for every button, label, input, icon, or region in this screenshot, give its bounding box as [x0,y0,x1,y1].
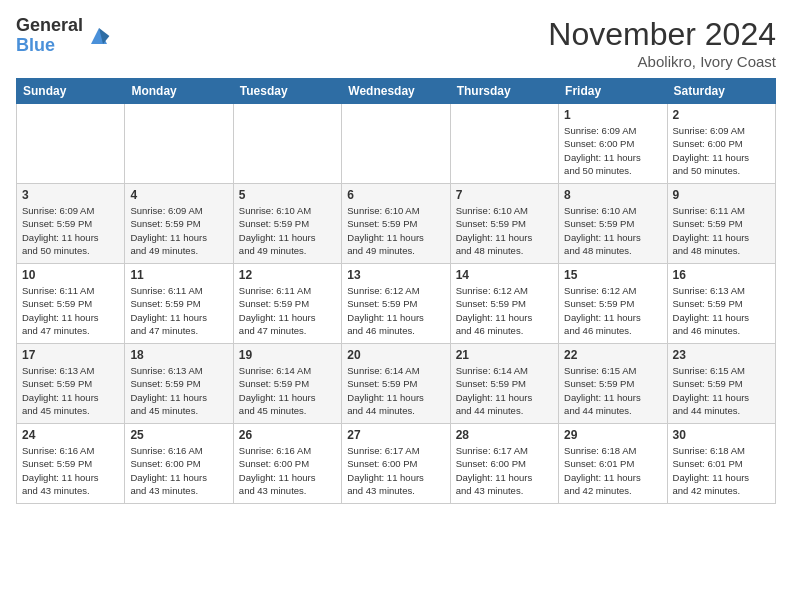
calendar-week-row: 24Sunrise: 6:16 AM Sunset: 5:59 PM Dayli… [17,424,776,504]
calendar-week-row: 10Sunrise: 6:11 AM Sunset: 5:59 PM Dayli… [17,264,776,344]
page-header: General Blue November 2024 Abolikro, Ivo… [16,16,776,70]
header-saturday: Saturday [667,79,775,104]
table-row: 11Sunrise: 6:11 AM Sunset: 5:59 PM Dayli… [125,264,233,344]
table-row: 5Sunrise: 6:10 AM Sunset: 5:59 PM Daylig… [233,184,341,264]
header-wednesday: Wednesday [342,79,450,104]
day-details: Sunrise: 6:09 AM Sunset: 5:59 PM Dayligh… [22,204,119,257]
day-details: Sunrise: 6:09 AM Sunset: 6:00 PM Dayligh… [673,124,770,177]
header-thursday: Thursday [450,79,558,104]
day-number: 25 [130,428,227,442]
calendar-header-row: Sunday Monday Tuesday Wednesday Thursday… [17,79,776,104]
day-details: Sunrise: 6:10 AM Sunset: 5:59 PM Dayligh… [347,204,444,257]
month-title: November 2024 [548,16,776,53]
day-details: Sunrise: 6:11 AM Sunset: 5:59 PM Dayligh… [130,284,227,337]
table-row: 24Sunrise: 6:16 AM Sunset: 5:59 PM Dayli… [17,424,125,504]
day-details: Sunrise: 6:12 AM Sunset: 5:59 PM Dayligh… [456,284,553,337]
table-row: 22Sunrise: 6:15 AM Sunset: 5:59 PM Dayli… [559,344,667,424]
table-row [17,104,125,184]
table-row: 29Sunrise: 6:18 AM Sunset: 6:01 PM Dayli… [559,424,667,504]
calendar: Sunday Monday Tuesday Wednesday Thursday… [16,78,776,504]
day-number: 16 [673,268,770,282]
table-row: 6Sunrise: 6:10 AM Sunset: 5:59 PM Daylig… [342,184,450,264]
day-number: 9 [673,188,770,202]
logo-icon [87,24,111,48]
calendar-week-row: 17Sunrise: 6:13 AM Sunset: 5:59 PM Dayli… [17,344,776,424]
title-block: November 2024 Abolikro, Ivory Coast [548,16,776,70]
logo: General Blue [16,16,111,56]
day-details: Sunrise: 6:18 AM Sunset: 6:01 PM Dayligh… [564,444,661,497]
day-details: Sunrise: 6:12 AM Sunset: 5:59 PM Dayligh… [347,284,444,337]
day-details: Sunrise: 6:16 AM Sunset: 6:00 PM Dayligh… [239,444,336,497]
day-details: Sunrise: 6:10 AM Sunset: 5:59 PM Dayligh… [564,204,661,257]
day-number: 23 [673,348,770,362]
day-number: 18 [130,348,227,362]
day-number: 29 [564,428,661,442]
day-details: Sunrise: 6:14 AM Sunset: 5:59 PM Dayligh… [347,364,444,417]
day-details: Sunrise: 6:18 AM Sunset: 6:01 PM Dayligh… [673,444,770,497]
table-row [125,104,233,184]
day-details: Sunrise: 6:09 AM Sunset: 5:59 PM Dayligh… [130,204,227,257]
day-details: Sunrise: 6:11 AM Sunset: 5:59 PM Dayligh… [239,284,336,337]
day-details: Sunrise: 6:16 AM Sunset: 5:59 PM Dayligh… [22,444,119,497]
day-number: 4 [130,188,227,202]
day-number: 2 [673,108,770,122]
table-row [450,104,558,184]
calendar-week-row: 1Sunrise: 6:09 AM Sunset: 6:00 PM Daylig… [17,104,776,184]
table-row: 2Sunrise: 6:09 AM Sunset: 6:00 PM Daylig… [667,104,775,184]
day-number: 5 [239,188,336,202]
day-details: Sunrise: 6:17 AM Sunset: 6:00 PM Dayligh… [347,444,444,497]
day-number: 28 [456,428,553,442]
day-number: 22 [564,348,661,362]
table-row: 1Sunrise: 6:09 AM Sunset: 6:00 PM Daylig… [559,104,667,184]
day-number: 1 [564,108,661,122]
header-sunday: Sunday [17,79,125,104]
calendar-week-row: 3Sunrise: 6:09 AM Sunset: 5:59 PM Daylig… [17,184,776,264]
day-details: Sunrise: 6:17 AM Sunset: 6:00 PM Dayligh… [456,444,553,497]
day-number: 15 [564,268,661,282]
table-row: 14Sunrise: 6:12 AM Sunset: 5:59 PM Dayli… [450,264,558,344]
logo-line1: General [16,16,83,36]
day-details: Sunrise: 6:14 AM Sunset: 5:59 PM Dayligh… [239,364,336,417]
table-row: 20Sunrise: 6:14 AM Sunset: 5:59 PM Dayli… [342,344,450,424]
table-row: 15Sunrise: 6:12 AM Sunset: 5:59 PM Dayli… [559,264,667,344]
day-number: 30 [673,428,770,442]
day-number: 14 [456,268,553,282]
day-details: Sunrise: 6:11 AM Sunset: 5:59 PM Dayligh… [673,204,770,257]
table-row: 16Sunrise: 6:13 AM Sunset: 5:59 PM Dayli… [667,264,775,344]
day-number: 6 [347,188,444,202]
table-row: 28Sunrise: 6:17 AM Sunset: 6:00 PM Dayli… [450,424,558,504]
day-number: 8 [564,188,661,202]
table-row: 18Sunrise: 6:13 AM Sunset: 5:59 PM Dayli… [125,344,233,424]
header-monday: Monday [125,79,233,104]
day-details: Sunrise: 6:15 AM Sunset: 5:59 PM Dayligh… [564,364,661,417]
day-details: Sunrise: 6:11 AM Sunset: 5:59 PM Dayligh… [22,284,119,337]
day-number: 17 [22,348,119,362]
day-number: 26 [239,428,336,442]
day-details: Sunrise: 6:13 AM Sunset: 5:59 PM Dayligh… [130,364,227,417]
table-row: 13Sunrise: 6:12 AM Sunset: 5:59 PM Dayli… [342,264,450,344]
table-row: 4Sunrise: 6:09 AM Sunset: 5:59 PM Daylig… [125,184,233,264]
location: Abolikro, Ivory Coast [548,53,776,70]
day-number: 13 [347,268,444,282]
day-number: 20 [347,348,444,362]
table-row: 12Sunrise: 6:11 AM Sunset: 5:59 PM Dayli… [233,264,341,344]
header-tuesday: Tuesday [233,79,341,104]
logo-line2: Blue [16,36,83,56]
table-row: 17Sunrise: 6:13 AM Sunset: 5:59 PM Dayli… [17,344,125,424]
day-details: Sunrise: 6:13 AM Sunset: 5:59 PM Dayligh… [673,284,770,337]
day-number: 7 [456,188,553,202]
table-row: 27Sunrise: 6:17 AM Sunset: 6:00 PM Dayli… [342,424,450,504]
table-row: 23Sunrise: 6:15 AM Sunset: 5:59 PM Dayli… [667,344,775,424]
day-number: 21 [456,348,553,362]
table-row: 19Sunrise: 6:14 AM Sunset: 5:59 PM Dayli… [233,344,341,424]
day-number: 12 [239,268,336,282]
table-row: 9Sunrise: 6:11 AM Sunset: 5:59 PM Daylig… [667,184,775,264]
day-details: Sunrise: 6:09 AM Sunset: 6:00 PM Dayligh… [564,124,661,177]
day-number: 3 [22,188,119,202]
day-details: Sunrise: 6:14 AM Sunset: 5:59 PM Dayligh… [456,364,553,417]
table-row: 30Sunrise: 6:18 AM Sunset: 6:01 PM Dayli… [667,424,775,504]
logo-text: General Blue [16,16,83,56]
table-row: 25Sunrise: 6:16 AM Sunset: 6:00 PM Dayli… [125,424,233,504]
table-row: 21Sunrise: 6:14 AM Sunset: 5:59 PM Dayli… [450,344,558,424]
day-details: Sunrise: 6:10 AM Sunset: 5:59 PM Dayligh… [239,204,336,257]
